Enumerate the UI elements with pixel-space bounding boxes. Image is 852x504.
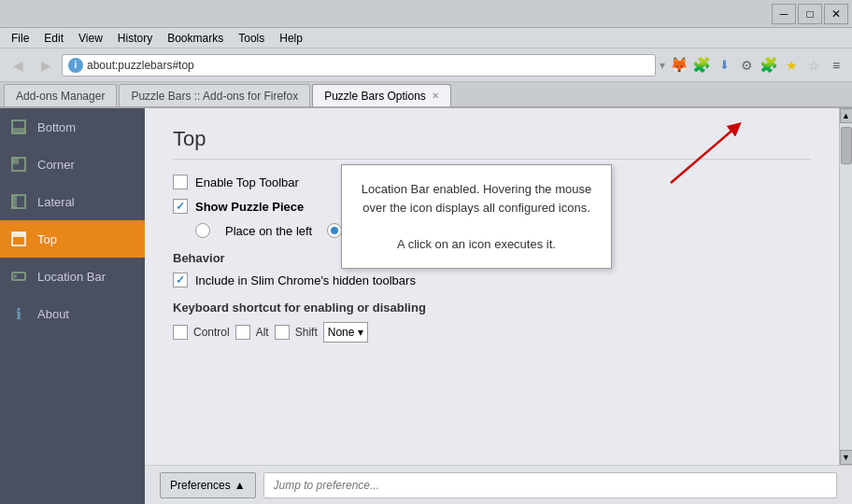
svg-rect-3 [12, 158, 19, 164]
sidebar-item-lateral[interactable]: Lateral [0, 183, 145, 220]
preferences-arrow-icon: ▲ [234, 479, 246, 492]
bottom-bar: Preferences ▲ [145, 465, 852, 504]
sidebar-item-top[interactable]: Top [0, 220, 145, 258]
place-right-radio[interactable] [327, 223, 342, 238]
scroll-track[interactable] [840, 123, 852, 450]
hamburger-icon[interactable]: ≡ [826, 55, 846, 76]
tooltip-popup: Location Bar enabled. Hovering the mouse… [341, 164, 612, 269]
control-checkbox[interactable] [173, 325, 188, 340]
menu-edit[interactable]: Edit [36, 30, 71, 47]
enable-toolbar-checkbox[interactable] [173, 175, 188, 189]
keyboard-row: Control Alt Shift None ▾ [173, 322, 811, 343]
preferences-label: Preferences [170, 479, 231, 492]
slim-chrome-row: Include in Slim Chrome's hidden toolbars [173, 273, 811, 287]
svg-rect-7 [12, 232, 25, 237]
shift-label: Shift [295, 326, 318, 339]
scrollbar: ▲ ▼ [839, 108, 852, 465]
about-icon: ℹ [9, 304, 28, 323]
menu-bar: File Edit View History Bookmarks Tools H… [0, 28, 852, 49]
lateral-icon [9, 192, 28, 211]
back-button[interactable]: ◀ [6, 53, 30, 77]
address-icon: i [68, 58, 83, 73]
sidebar-label-lateral: Lateral [37, 195, 75, 209]
menu-bookmarks[interactable]: Bookmarks [160, 30, 231, 47]
bottom-icon [9, 118, 28, 136]
star-empty-icon[interactable]: ☆ [803, 55, 824, 76]
sidebar-item-bottom[interactable]: Bottom [0, 108, 145, 146]
title-bar: ─ □ ✕ [0, 0, 852, 28]
location-bar-icon [9, 267, 28, 286]
maximize-button[interactable]: □ [798, 4, 822, 24]
show-puzzle-label: Show Puzzle Piece [195, 200, 304, 214]
preferences-button[interactable]: Preferences ▲ [160, 472, 256, 498]
nav-bar: ◀ ▶ i about:puzzlebars#top ▾ 🦊 🧩 ⬇ ⚙ 🧩 ★… [0, 49, 852, 82]
keyboard-header: Keyboard shortcut for enabling or disabl… [173, 301, 811, 315]
tab-addons-manager[interactable]: Add-ons Manager [4, 84, 117, 106]
tooltip-text1: Location Bar enabled. Hovering the mouse… [362, 182, 591, 215]
forward-button[interactable]: ▶ [34, 53, 58, 77]
puzzle-icon[interactable]: 🧩 [691, 55, 712, 76]
scroll-down-button[interactable]: ▼ [840, 450, 853, 465]
sidebar-item-corner[interactable]: Corner [0, 146, 145, 183]
address-text: about:puzzlebars#top [87, 59, 194, 72]
puzzle-green-icon[interactable]: 🧩 [759, 55, 779, 76]
slim-chrome-checkbox[interactable] [173, 273, 188, 287]
menu-view[interactable]: View [71, 30, 110, 47]
corner-icon [9, 155, 28, 174]
sidebar-label-location-bar: Location Bar [37, 270, 106, 284]
svg-rect-1 [12, 128, 25, 133]
control-label: Control [193, 326, 230, 339]
tab-puzzle-bars[interactable]: Puzzle Bars :: Add-ons for Firefox [119, 84, 310, 106]
top-icon [9, 230, 28, 248]
sidebar-label-bottom: Bottom [37, 120, 76, 134]
scroll-up-button[interactable]: ▲ [840, 108, 853, 123]
alt-label: Alt [256, 326, 269, 339]
svg-rect-5 [12, 195, 17, 208]
tab-puzzle-bars-options[interactable]: Puzzle Bars Options ✕ [312, 84, 451, 106]
sidebar-item-about[interactable]: ℹ About [0, 295, 145, 332]
download-icon[interactable]: ⬇ [714, 55, 734, 76]
select-arrow: ▾ [358, 326, 363, 339]
jump-to-preference-input[interactable] [263, 472, 837, 498]
menu-tools[interactable]: Tools [231, 30, 272, 47]
tab-close-icon[interactable]: ✕ [432, 91, 439, 101]
content-area: Top Enable Top Toolbar Show Puzzle Piece [145, 108, 839, 465]
window-controls: ─ □ ✕ [772, 4, 848, 24]
key-select[interactable]: None ▾ [323, 322, 369, 343]
place-left-label: Place on the left [225, 224, 312, 238]
sidebar-label-top: Top [37, 232, 57, 246]
address-dropdown-icon[interactable]: ▾ [660, 59, 665, 72]
menu-history[interactable]: History [110, 30, 160, 47]
close-button[interactable]: ✕ [824, 4, 848, 24]
minimize-button[interactable]: ─ [772, 4, 796, 24]
alt-checkbox[interactable] [235, 325, 250, 340]
scroll-thumb[interactable] [841, 127, 852, 164]
enable-toolbar-label: Enable Top Toolbar [195, 175, 299, 189]
tab-bar: Add-ons Manager Puzzle Bars :: Add-ons f… [0, 82, 852, 108]
address-bar[interactable]: i about:puzzlebars#top [62, 54, 656, 77]
main-layout: Bottom Corner Lateral Top Location Bar [0, 108, 852, 504]
place-left-radio[interactable] [195, 223, 210, 238]
menu-file[interactable]: File [4, 30, 36, 47]
nav-icons: 🦊 🧩 ⬇ ⚙ 🧩 ★ ☆ ≡ [669, 55, 846, 76]
tooltip-text2: A click on an icon executes it. [397, 237, 556, 251]
sidebar: Bottom Corner Lateral Top Location Bar [0, 108, 145, 504]
sidebar-label-about: About [37, 307, 69, 321]
menu-help[interactable]: Help [272, 30, 310, 47]
sidebar-label-corner: Corner [37, 158, 75, 172]
gear-icon[interactable]: ⚙ [736, 55, 757, 76]
star-icon[interactable]: ★ [781, 55, 802, 76]
shift-checkbox[interactable] [275, 325, 290, 340]
slim-chrome-label: Include in Slim Chrome's hidden toolbars [195, 273, 416, 287]
svg-point-9 [13, 274, 17, 278]
content-inner: Top Enable Top Toolbar Show Puzzle Piece [145, 108, 839, 465]
show-puzzle-checkbox[interactable] [173, 199, 188, 214]
sidebar-item-location-bar[interactable]: Location Bar [0, 258, 145, 295]
firefox-icon[interactable]: 🦊 [669, 55, 689, 76]
page-title: Top [173, 127, 811, 160]
